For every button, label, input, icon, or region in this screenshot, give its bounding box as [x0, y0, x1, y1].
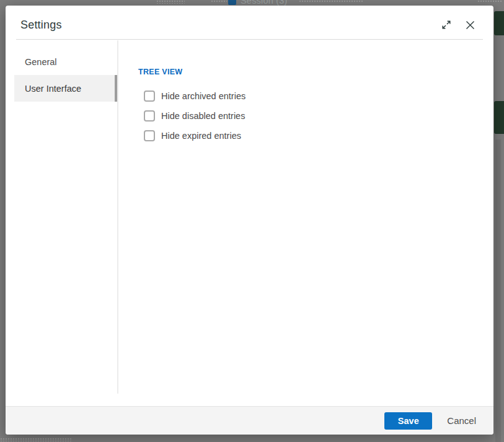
dialog-body: General User Interface TREE VIEW Hide ar… — [6, 40, 493, 406]
section-title-tree-view: TREE VIEW — [138, 68, 493, 76]
user-interface-panel: TREE VIEW Hide archived entries Hide dis… — [118, 40, 493, 406]
expand-button[interactable] — [439, 17, 454, 32]
close-icon — [465, 20, 475, 30]
checkbox-row-hide-disabled-entries[interactable]: Hide disabled entries — [144, 110, 245, 122]
backdrop-green-panel — [494, 101, 504, 134]
backdrop-green-panel — [494, 11, 504, 35]
backdrop-dotted-pattern — [211, 0, 227, 3]
sidebar-item-general[interactable]: General — [14, 48, 117, 75]
hide-archived-checkbox[interactable] — [144, 91, 155, 102]
sidebar-item-user-interface[interactable]: User Interface — [14, 75, 117, 102]
backdrop-dotted-pattern — [0, 438, 71, 441]
hide-expired-checkbox[interactable] — [144, 130, 155, 141]
backdrop-dotted-pattern — [156, 0, 185, 4]
backdrop-dotted-pattern — [477, 0, 502, 3]
expand-icon — [441, 19, 452, 30]
backdrop-scrollbar-strip — [495, 139, 501, 442]
settings-dialog: Settings — [6, 6, 493, 435]
session-tab-icon — [228, 0, 236, 5]
close-button[interactable] — [462, 17, 477, 32]
dialog-title: Settings — [20, 19, 62, 32]
session-tab-label: Session (3) — [241, 0, 288, 6]
dialog-footer: Save Cancel — [6, 406, 493, 435]
dialog-header-icons — [439, 17, 477, 32]
checkbox-label: Hide expired entries — [161, 131, 241, 141]
cancel-button[interactable]: Cancel — [447, 415, 476, 426]
checkbox-row-hide-expired-entries[interactable]: Hide expired entries — [144, 130, 241, 141]
dialog-header: Settings — [6, 6, 493, 39]
settings-sidebar: General User Interface — [6, 40, 117, 406]
checkbox-label: Hide disabled entries — [161, 111, 245, 121]
save-button[interactable]: Save — [384, 412, 432, 430]
hide-disabled-checkbox[interactable] — [144, 110, 155, 122]
checkbox-label: Hide archived entries — [161, 91, 245, 101]
checkbox-row-hide-archived-entries[interactable]: Hide archived entries — [144, 91, 245, 102]
backdrop-dotted-pattern — [299, 0, 363, 3]
